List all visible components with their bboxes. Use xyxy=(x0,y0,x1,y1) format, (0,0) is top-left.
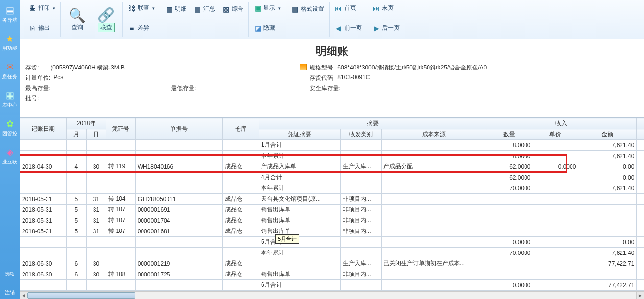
table-row[interactable]: 2018-05-31531转 104GTD18050011成品仓天台县文化馆项目… xyxy=(20,194,644,205)
table-row[interactable]: 2018-05-31531转 1070000001691成品仓销售出库单非项目内… xyxy=(20,205,644,215)
meta-panel: 存货:(005897)V4060H 横梁-3M-B 规格型号:608*408*3… xyxy=(20,62,644,110)
table-row[interactable]: 2018-04-30430转 119WH18040166成品仓产成品入库单生产入… xyxy=(20,161,644,172)
toolbar: 🖶打印▾ ⎘输出 🔍查询 🔗联查 ⛓联查▾ ≡差异 ▥明细 ▦汇总 ▩综合 ▣显… xyxy=(20,0,644,39)
printer-icon: 🖶 xyxy=(28,4,36,12)
detail-icon: ▥ xyxy=(165,5,173,13)
batch-label: 批号: xyxy=(25,94,39,103)
scroll-thumb[interactable] xyxy=(27,292,135,299)
horizontal-scrollbar[interactable]: ◄ ► xyxy=(20,291,644,299)
safe-label: 安全库存量: xyxy=(310,84,340,92)
page-title: 明细账 xyxy=(20,39,644,62)
inventory-label: 存货: xyxy=(25,64,39,72)
col-price[interactable]: 单价 xyxy=(533,129,578,140)
comprehensive-button[interactable]: ▩综合 xyxy=(220,4,245,14)
inventory-value: (005897)V4060H 横梁-3M-B xyxy=(50,64,124,72)
mail-icon: ✉ xyxy=(3,61,17,73)
col-qty[interactable]: 数量 xyxy=(486,129,533,140)
col-amount[interactable]: 金额 xyxy=(578,129,637,140)
hide-icon: ◪ xyxy=(254,24,262,32)
sidebar-item-options[interactable]: 选项 xyxy=(2,271,18,277)
liancha-big-button[interactable]: 🔗联查 xyxy=(93,5,119,34)
sidebar: ▤务导航 ★用功能 ✉息任务 ▦表中心 ✿团管控 ◈业互联 选项 注销 xyxy=(0,0,20,299)
detail-button[interactable]: ▥明细 xyxy=(163,4,189,14)
unit-label: 计量单位: xyxy=(25,74,50,82)
first-page-button[interactable]: ⏮首页 xyxy=(333,3,364,13)
table-row[interactable]: 2018-06-30630转 1080000001725成品仓销售出库单非项目内… xyxy=(20,269,644,280)
sidebar-item-link[interactable]: ◈业互联 xyxy=(2,146,18,165)
table-row[interactable]: 2018-05-31531转 1070000001704成品仓销售出库单非项目内… xyxy=(20,215,644,226)
star-icon: ★ xyxy=(3,32,17,45)
link-icon: 🔗 xyxy=(97,7,115,23)
first-icon: ⏮ xyxy=(334,4,342,12)
col-oqty[interactable]: 数量 xyxy=(637,129,644,140)
report-icon: ▦ xyxy=(3,89,17,102)
last-page-button[interactable]: ⏭末页 xyxy=(370,3,402,13)
col-voucherabs[interactable]: 凭证摘要 xyxy=(259,129,341,140)
next-icon: ▶ xyxy=(372,24,380,32)
col-postdate[interactable]: 记账日期 xyxy=(20,118,67,140)
col-iotype[interactable]: 收发类别 xyxy=(340,129,381,140)
col-docno[interactable]: 单据号 xyxy=(135,118,223,140)
table-row[interactable]: 6月合计0.000077,422.718.000017,17 xyxy=(20,280,644,291)
col-abstract[interactable]: 摘要 xyxy=(259,118,486,129)
table-row[interactable]: 1月合计8.00007,621.400.0000 xyxy=(20,140,644,151)
sidebar-item-fav[interactable]: ★用功能 xyxy=(2,32,18,52)
code-label: 存货代码: xyxy=(310,74,334,82)
chevron-down-icon: ▾ xyxy=(53,6,55,11)
prev-icon: ◀ xyxy=(334,24,342,32)
detail-table: 记账日期 2018年 凭证号 单据号 仓库 摘要 收入 发出 月 日 凭证摘要 … xyxy=(20,118,644,291)
col-voucher[interactable]: 凭证号 xyxy=(106,118,136,140)
query-button[interactable]: 🔍查询 xyxy=(64,5,91,34)
scroll-track[interactable] xyxy=(27,292,636,299)
liancha-button[interactable]: ⛓联查▾ xyxy=(126,3,157,13)
table-row[interactable]: 2018-06-306300000001219成品仓生产入库...已关闭生产订单… xyxy=(20,258,644,269)
summary-button[interactable]: ▦汇总 xyxy=(191,4,217,14)
col-costsrc[interactable]: 成本来源 xyxy=(382,129,486,140)
grid-icon: ▤ xyxy=(3,4,17,17)
unit-value: Pcs xyxy=(53,74,63,82)
table-wrap: 记账日期 2018年 凭证号 单据号 仓库 摘要 收入 发出 月 日 凭证摘要 … xyxy=(20,117,644,291)
chevron-down-icon: ▾ xyxy=(152,6,155,11)
sidebar-item-msg[interactable]: ✉息任务 xyxy=(2,61,18,80)
hide-button[interactable]: ◪隐藏 xyxy=(252,23,283,33)
table-row[interactable]: 4月合计62.00000.000.0000 xyxy=(20,172,644,183)
print-button[interactable]: 🖶打印▾ xyxy=(26,3,57,13)
max-label: 最高存量: xyxy=(25,84,50,92)
sidebar-item-nav[interactable]: ▤务导航 xyxy=(2,4,18,23)
table-row[interactable]: 5月合计0.00000.0032.00003,48 xyxy=(20,237,644,248)
search-icon: 🔍 xyxy=(69,7,86,23)
content-area: 明细账 存货:(005897)V4060H 横梁-3M-B 规格型号:608*4… xyxy=(20,39,644,299)
next-page-button[interactable]: ▶后一页 xyxy=(370,23,402,33)
col-warehouse[interactable]: 仓库 xyxy=(223,118,259,140)
spec-value: 608*408*3000/插销接/主Φ50副Φ50斜Φ25/铝合金原色/A0 xyxy=(337,64,487,72)
summary-icon: ▦ xyxy=(193,5,201,13)
tooltip: 5月合计 xyxy=(275,234,299,244)
export-icon: ⎘ xyxy=(28,24,36,32)
table-row[interactable]: 2018-05-31531转 1070000001681成品仓销售出库单非项目内… xyxy=(20,226,644,237)
code-value: 8103-0091C xyxy=(337,74,370,82)
sidebar-item-report[interactable]: ▦表中心 xyxy=(2,89,18,109)
col-year[interactable]: 2018年 xyxy=(67,118,106,129)
sidebar-item-logout[interactable]: 注销 xyxy=(2,289,18,296)
table-row[interactable]: 本年累计70.00007,621.4032.00003,48 xyxy=(20,248,644,258)
show-button[interactable]: ▣显示▾ xyxy=(252,3,283,13)
prev-page-button[interactable]: ◀前一页 xyxy=(333,23,364,33)
scroll-left-arrow[interactable]: ◄ xyxy=(20,292,27,299)
flower-icon: ✿ xyxy=(3,117,17,130)
link-small-icon: ⛓ xyxy=(128,4,136,12)
table-row[interactable]: 本年累计8.00007,621.400.0000 xyxy=(20,151,644,161)
diff-icon: ≡ xyxy=(128,24,136,32)
format-icon: ▤ xyxy=(291,5,299,13)
link-icon: ◈ xyxy=(3,146,17,159)
col-day[interactable]: 日 xyxy=(86,129,106,140)
table-row[interactable]: 本年累计70.00007,621.400.0000 xyxy=(20,183,644,194)
diff-button[interactable]: ≡差异 xyxy=(126,23,157,33)
format-button[interactable]: ▤格式设置 xyxy=(289,4,326,14)
chevron-down-icon: ▾ xyxy=(278,6,281,11)
col-month[interactable]: 月 xyxy=(67,129,86,140)
col-outgo[interactable]: 发出 xyxy=(637,118,644,129)
scroll-right-arrow[interactable]: ► xyxy=(636,292,644,299)
sidebar-item-control[interactable]: ✿团管控 xyxy=(2,117,18,137)
col-income[interactable]: 收入 xyxy=(486,118,637,129)
output-button[interactable]: ⎘输出 xyxy=(26,23,57,33)
